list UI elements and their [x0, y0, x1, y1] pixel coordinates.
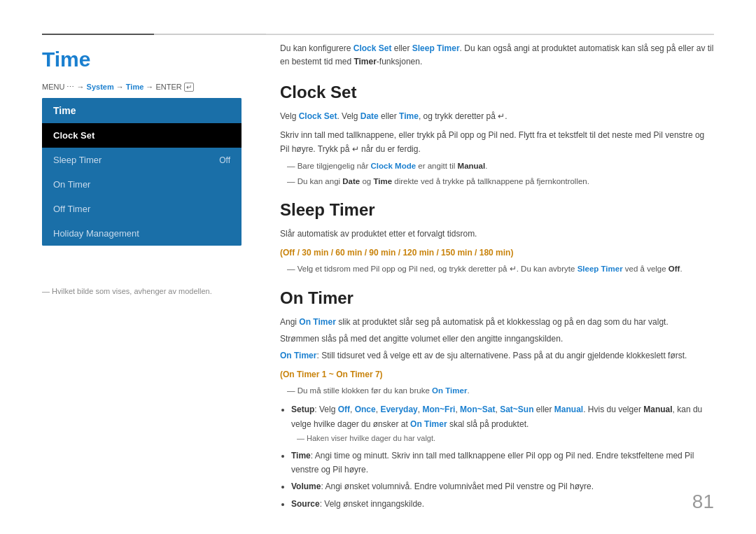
sidebar-menu: Time Clock Set Sleep Timer Off On Timer …	[42, 98, 241, 246]
setup-ontimer-ref: On Timer	[410, 419, 447, 429]
clockset-p2: Skriv inn tall med tallknappene, eller t…	[280, 128, 714, 157]
section-clockset: Clock Set Velg Clock Set. Velg Date elle…	[280, 83, 714, 188]
sleeptimer-note1: Velg et tidsrom med Pil opp og Pil ned, …	[280, 262, 714, 275]
sidebar-note: — Hvilket bilde som vises, avhenger av m…	[42, 287, 212, 295]
sidebar-clockset-label: Clock Set	[53, 130, 94, 141]
setup-subnote: — Haken viser hvilke dager du har valgt.	[291, 434, 435, 442]
ontimer-ref1: On Timer	[299, 317, 335, 327]
bullet-volume: Volume: Angi ønsket volumnivå. Endre vol…	[291, 479, 714, 493]
ontimer-p3: On Timer: Still tidsuret ved å velge ett…	[280, 349, 714, 363]
ontimer-options: (On Timer 1 ~ On Timer 7)	[280, 367, 714, 381]
clockset-time-ref: Time	[399, 111, 419, 121]
setup-monsat: Mon~Sat	[460, 405, 495, 414]
setup-everyday: Everyday	[380, 405, 417, 414]
sleeptimer-ref2: Sleep Timer	[578, 265, 623, 273]
sleeptimer-body: Slår automatisk av produktet etter et fo…	[280, 227, 714, 275]
menu-arrow1: →	[114, 83, 126, 91]
clockset-p1: Velg Clock Set. Velg Date eller Time, og…	[280, 109, 714, 123]
ontimer-bullets: Setup: Velg Off, Once, Everyday, Mon~Fri…	[280, 402, 714, 511]
page-number: 81	[692, 491, 714, 513]
page-title: Time	[42, 48, 90, 71]
setup-satsun: Sat~Sun	[500, 405, 533, 414]
sidebar-item-holiday[interactable]: Holiday Management	[42, 221, 241, 246]
clockmode-ref: Clock Mode	[371, 162, 416, 170]
sidebar-item-clockset[interactable]: Clock Set	[42, 123, 241, 148]
menu-prefix: MENU ⋯ →	[42, 83, 87, 91]
clockset-note2: Du kan angi Date og Time direkte ved å t…	[280, 175, 714, 188]
ontimer-p2: Strømmen slås på med det angitte volumet…	[280, 332, 714, 346]
date-ref: Date	[342, 177, 360, 185]
source-label: Source	[291, 499, 320, 509]
time-ref: Time	[373, 177, 392, 185]
intro-timer-ref: Timer	[354, 57, 376, 66]
section-ontimer: On Timer Angi On Timer slik at produktet…	[280, 288, 714, 512]
clockset-ref1: Clock Set	[299, 111, 337, 121]
menu-path: MENU ⋯ → System → Time → ENTER ↵	[42, 83, 194, 92]
sidebar-item-sleeptimer[interactable]: Sleep Timer Off	[42, 148, 241, 172]
setup-once: Once	[355, 405, 376, 414]
sleeptimer-p1: Slår automatisk av produktet etter et fo…	[280, 227, 714, 241]
ontimer-ref3: On Timer	[432, 386, 467, 395]
sidebar-offtimer-label: Off Timer	[53, 204, 90, 214]
ontimer-note1: Du må stille klokken før du kan bruke On…	[280, 384, 714, 397]
sidebar-item-ontimer[interactable]: On Timer	[42, 172, 241, 197]
sidebar-sleeptimer-label: Sleep Timer	[53, 155, 102, 165]
intro-clockset-ref: Clock Set	[354, 43, 392, 53]
clockset-note1: Bare tilgjengelig når Clock Mode er angi…	[280, 160, 714, 172]
time-label: Time	[291, 451, 311, 461]
clockset-date-ref: Date	[360, 111, 379, 121]
sidebar-holiday-label: Holiday Management	[53, 228, 139, 239]
menu-system: System	[87, 83, 114, 91]
sidebar-sleeptimer-value: Off	[219, 155, 230, 165]
setup-label: Setup	[291, 405, 314, 414]
setup-manual: Manual	[554, 405, 583, 414]
sidebar-item-offtimer[interactable]: Off Timer	[42, 197, 241, 221]
off-ref: Off	[668, 265, 680, 273]
bullet-time: Time: Angi time og minutt. Skriv inn tal…	[291, 449, 714, 477]
top-accent-line	[42, 34, 154, 35]
sleeptimer-title: Sleep Timer	[280, 200, 714, 220]
sidebar-ontimer-label: On Timer	[53, 179, 90, 190]
bullet-source: Source: Velg ønsket inngangskilde.	[291, 497, 714, 511]
setup-manual2: Manual	[643, 405, 672, 414]
menu-arrow2: → ENTER	[144, 83, 183, 91]
clockset-title: Clock Set	[280, 83, 714, 102]
section-sleeptimer: Sleep Timer Slår automatisk av produktet…	[280, 200, 714, 275]
intro-sleeptimer-ref: Sleep Timer	[412, 43, 460, 53]
bullet-setup: Setup: Velg Off, Once, Everyday, Mon~Fri…	[291, 402, 714, 445]
clockset-body: Velg Clock Set. Velg Date eller Time, og…	[280, 109, 714, 188]
volume-label: Volume	[291, 482, 321, 491]
ontimer-ref2: On Timer	[280, 351, 316, 360]
enter-icon: ↵	[184, 83, 194, 92]
vertical-divider	[266, 34, 714, 34]
sleeptimer-options: (Off / 30 min / 60 min / 90 min / 120 mi…	[280, 246, 714, 260]
ontimer-title: On Timer	[280, 288, 714, 308]
menu-time: Time	[126, 83, 144, 91]
setup-off: Off	[338, 405, 350, 414]
ontimer-p1: Angi On Timer slik at produktet slår seg…	[280, 315, 714, 329]
setup-monfri: Mon~Fri	[422, 405, 455, 414]
sidebar-header: Time	[42, 98, 241, 123]
intro-text: Du kan konfigurere Clock Set eller Sleep…	[280, 42, 714, 69]
ontimer-body: Angi On Timer slik at produktet slår seg…	[280, 315, 714, 512]
manual-ref1: Manual	[458, 162, 486, 170]
main-content: Du kan konfigurere Clock Set eller Sleep…	[280, 42, 714, 514]
